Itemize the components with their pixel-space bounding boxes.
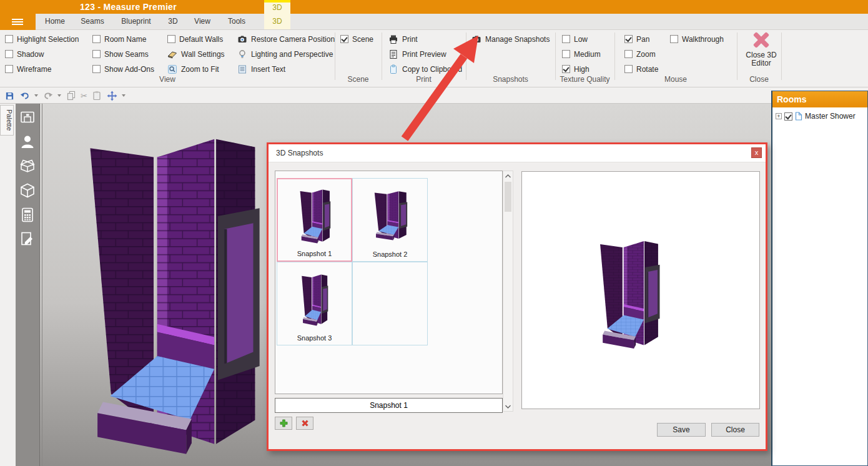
checkbox[interactable] — [562, 35, 570, 43]
print-preview-icon — [388, 49, 398, 59]
preview-model — [597, 237, 661, 349]
ribbon-item-wireframe[interactable]: Wireframe — [5, 64, 51, 74]
ribbon-item-lighting-and-perspective[interactable]: Lighting and Perspective — [237, 49, 333, 59]
ribbon-item-print-preview[interactable]: Print Preview — [388, 49, 446, 59]
redo-dropdown-caret[interactable] — [57, 94, 61, 97]
room-label: Master Shower — [805, 112, 856, 121]
redo-icon[interactable] — [42, 91, 53, 101]
checkbox[interactable] — [5, 35, 13, 43]
camera-icon — [237, 34, 247, 44]
palette-tab[interactable]: Palette — [0, 105, 14, 136]
calculator-icon[interactable] — [19, 207, 36, 223]
tab-blueprint[interactable]: Blueprint — [112, 14, 160, 29]
open-box-icon[interactable] — [19, 158, 36, 174]
application-menu-button[interactable] — [0, 14, 36, 30]
label: Show Seams — [104, 50, 149, 59]
dialog-title-bar[interactable]: 3D Snapshots x — [269, 144, 766, 162]
move-icon[interactable] — [107, 91, 117, 101]
ribbon-item-medium[interactable]: Medium — [562, 49, 601, 59]
ribbon-item-wall-settings[interactable]: Wall Settings — [167, 49, 225, 59]
checkbox[interactable] — [167, 35, 175, 43]
ribbon-item-rotate[interactable]: Rotate — [624, 64, 658, 74]
tab-seams[interactable]: Seams — [72, 14, 112, 29]
ribbon-item-manage-snapshots[interactable]: Manage Snapshots — [471, 34, 550, 44]
label: Copy to Clipboard — [402, 65, 462, 74]
ribbon-item-insert-text[interactable]: Insert Text — [237, 64, 285, 74]
tab-tools[interactable]: Tools — [219, 14, 255, 29]
checkbox[interactable] — [340, 35, 348, 43]
scroll-up-arrow[interactable] — [503, 171, 513, 181]
snapshot-thumbnail-3[interactable]: Snapshot 3 — [277, 262, 352, 345]
tab-3d-contextual-active[interactable]: 3D — [264, 14, 290, 29]
ribbon-item-copy-to-clipboard[interactable]: Copy to Clipboard — [388, 64, 462, 74]
checkbox[interactable] — [5, 65, 13, 73]
ribbon-item-restore-camera-position[interactable]: Restore Camera Position — [237, 34, 335, 44]
room-visibility-checkbox[interactable] — [784, 112, 792, 121]
undo-icon[interactable] — [19, 91, 30, 101]
snapshot-name-input[interactable] — [275, 398, 503, 413]
plus-icon — [280, 419, 288, 427]
toolbar-overflow-caret[interactable] — [122, 94, 126, 97]
tree-item-master-shower[interactable]: + Master Shower — [772, 107, 867, 121]
snapshot-1-model — [298, 187, 331, 244]
paste-icon[interactable] — [92, 91, 102, 101]
close-button[interactable]: Close — [711, 423, 759, 437]
ribbon-item-walkthrough[interactable]: Walkthrough — [670, 34, 724, 44]
ribbon-group-divider — [382, 32, 382, 80]
ribbon-group-label-scene: Scene — [335, 75, 382, 85]
ribbon-item-highlight-selection[interactable]: Highlight Selection — [5, 34, 79, 44]
camera-icon — [471, 34, 481, 44]
checkbox[interactable] — [670, 35, 678, 43]
checkbox[interactable] — [92, 65, 101, 73]
save-button[interactable]: Save — [657, 423, 706, 437]
ribbon-item-show-add-ons[interactable]: Show Add-Ons — [92, 64, 154, 74]
checkbox[interactable] — [562, 65, 570, 73]
cube-icon[interactable] — [19, 182, 36, 199]
scroll-down-arrow[interactable] — [503, 402, 513, 411]
checkbox[interactable] — [92, 35, 101, 43]
thumbnail-scrollbar[interactable] — [503, 171, 513, 412]
blueprint-icon[interactable] — [19, 109, 36, 126]
delete-snapshot-button[interactable] — [296, 417, 313, 430]
checkbox[interactable] — [562, 50, 570, 58]
ribbon-item-shadow[interactable]: Shadow — [5, 49, 44, 59]
label: Default Walls — [179, 35, 223, 44]
tree-expander[interactable]: + — [776, 113, 782, 119]
undo-dropdown-caret[interactable] — [34, 94, 38, 97]
snapshot-thumbnail-1[interactable]: Snapshot 1 — [277, 178, 352, 262]
clipboard-icon — [388, 64, 398, 74]
ribbon-item-show-seams[interactable]: Show Seams — [92, 49, 149, 59]
checkbox[interactable] — [5, 50, 13, 58]
tab-3d[interactable]: 3D — [160, 14, 186, 29]
add-snapshot-button[interactable] — [275, 417, 292, 430]
ribbon-item-scene[interactable]: Scene — [340, 34, 373, 44]
ribbon-item-low[interactable]: Low — [562, 34, 588, 44]
ribbon-item-zoom-to-fit[interactable]: Zoom to Fit — [167, 64, 219, 74]
snapshot-thumbnail-2[interactable]: Snapshot 2 — [352, 178, 428, 262]
dialog-close-button[interactable]: x — [751, 147, 762, 158]
tab-view[interactable]: View — [186, 14, 219, 29]
ribbon-item-zoom[interactable]: Zoom — [624, 49, 656, 59]
tab-home[interactable]: Home — [37, 14, 72, 29]
checkbox[interactable] — [624, 50, 633, 58]
save-icon[interactable] — [4, 91, 15, 101]
checkbox[interactable] — [624, 65, 633, 73]
ribbon-item-high[interactable]: High — [562, 64, 589, 74]
ribbon-group-label-print: Print — [382, 75, 466, 85]
ribbon-item-room-name[interactable]: Room Name — [92, 34, 146, 44]
checkbox[interactable] — [92, 50, 101, 58]
label: Restore Camera Position — [251, 35, 335, 44]
label: Rotate — [636, 65, 658, 74]
document-edit-icon[interactable] — [19, 231, 36, 247]
text-document-icon — [237, 64, 247, 74]
checkbox[interactable] — [624, 35, 633, 43]
cut-icon[interactable]: ✂ — [81, 91, 87, 101]
close-3d-editor-button[interactable]: Close 3D Editor — [742, 32, 781, 74]
copy-icon[interactable] — [66, 91, 76, 101]
measure-premier-window: 123 - Measure Premier 3D Home Seams Blue… — [0, 0, 868, 466]
ribbon-item-print[interactable]: Print — [388, 34, 418, 44]
scrollbar-thumb[interactable] — [505, 182, 511, 212]
ribbon-item-pan[interactable]: Pan — [624, 34, 649, 44]
ribbon-item-default-walls[interactable]: Default Walls — [167, 34, 223, 44]
person-icon[interactable] — [19, 134, 36, 150]
